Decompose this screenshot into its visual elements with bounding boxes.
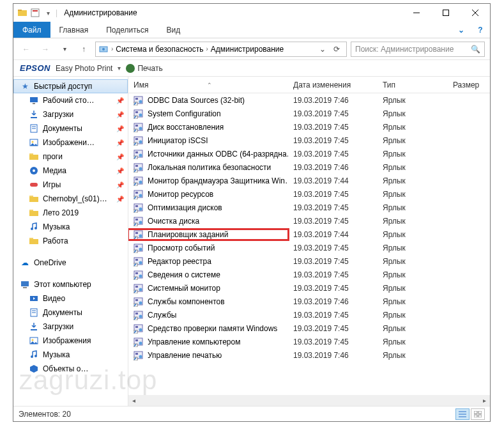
file-name: Монитор ресурсов <box>148 190 213 199</box>
file-row[interactable]: Службы19.03.2019 7:45Ярлык <box>128 308 490 322</box>
shortcut-icon <box>134 95 144 105</box>
search-icon: 🔍 <box>471 45 480 54</box>
svg-rect-101 <box>135 286 138 288</box>
minimize-button[interactable] <box>402 4 431 22</box>
help-icon[interactable]: ? <box>471 22 490 38</box>
column-header-name[interactable]: Имя ⌃ <box>128 81 288 89</box>
ribbon-tab-view[interactable]: Вид <box>157 22 189 38</box>
svg-rect-113 <box>135 326 138 328</box>
properties-icon[interactable] <box>30 8 40 18</box>
sidebar-item[interactable]: Документы📌 <box>13 121 128 136</box>
chevron-right-icon[interactable]: › <box>206 45 208 52</box>
sidebar-item-label: Объекты о… <box>43 364 89 373</box>
file-row[interactable]: Службы компонентов19.03.2019 7:46Ярлык <box>128 295 490 308</box>
recent-dropdown-icon[interactable]: ▾ <box>57 42 72 57</box>
ribbon-tab-home[interactable]: Главная <box>50 22 98 38</box>
address-bar[interactable]: › Система и безопасность › Администриров… <box>95 42 347 57</box>
sidebar-quick-access[interactable]: ★ Быстрый доступ <box>13 79 128 93</box>
column-header-date[interactable]: Дата изменения <box>288 81 378 89</box>
breadcrumb-label: Система и безопасность <box>116 45 203 54</box>
close-button[interactable] <box>461 4 490 22</box>
scroll-left-button[interactable]: ◂ <box>128 395 139 406</box>
address-dropdown-icon[interactable]: ⌄ <box>316 42 330 56</box>
sidebar-item[interactable]: Рабочий сто…📌 <box>13 93 128 107</box>
maximize-button[interactable] <box>431 4 461 22</box>
scroll-track[interactable] <box>139 395 479 406</box>
file-row[interactable]: Монитор ресурсов19.03.2019 7:45Ярлык <box>128 187 490 201</box>
forward-button[interactable]: → <box>38 42 53 57</box>
column-headers: Имя ⌃ Дата изменения Тип Размер <box>128 77 490 93</box>
details-view-button[interactable] <box>455 408 470 420</box>
sidebar-item[interactable]: Загрузки <box>13 320 128 334</box>
sidebar-item[interactable]: проги📌 <box>13 150 128 164</box>
navigation-pane[interactable]: ★ Быстрый доступ Рабочий сто…📌Загрузки📌Д… <box>13 77 128 406</box>
sidebar-this-pc[interactable]: Этот компьютер <box>13 277 128 291</box>
refresh-button[interactable]: ⟳ <box>330 42 344 56</box>
sidebar-item[interactable]: Музыка <box>13 220 128 234</box>
svg-point-86 <box>139 234 142 237</box>
file-type: Ярлык <box>378 351 448 360</box>
file-row[interactable]: Редактор реестра19.03.2019 7:45Ярлык <box>128 254 490 268</box>
sidebar-item[interactable]: Объекты о… <box>13 362 128 376</box>
thumbnails-view-button[interactable] <box>471 408 485 420</box>
breadcrumb-item[interactable]: Администрирование <box>211 45 284 54</box>
sidebar-item[interactable]: Игры📌 <box>13 178 128 192</box>
svg-point-102 <box>139 288 142 291</box>
file-row[interactable]: Монитор брандмауэра Защитника Win…19.03.… <box>128 174 490 187</box>
chevron-right-icon[interactable]: › <box>111 45 113 52</box>
scroll-right-button[interactable]: ▸ <box>479 395 490 406</box>
file-row[interactable]: Оптимизация дисков19.03.2019 7:45Ярлык <box>128 201 490 214</box>
column-header-type[interactable]: Тип <box>378 81 448 89</box>
breadcrumb-item[interactable]: Система и безопасность <box>116 45 203 54</box>
ribbon-tab-share[interactable]: Поделиться <box>97 22 157 38</box>
file-row[interactable]: Управление компьютером19.03.2019 7:45Ярл… <box>128 335 490 348</box>
navigation-row: ← → ▾ ↑ › Система и безопасность › Админ… <box>13 38 490 60</box>
star-icon: ★ <box>20 81 30 91</box>
file-row[interactable]: Средство проверки памяти Windows19.03.20… <box>128 322 490 335</box>
file-row[interactable]: Планировщик заданий19.03.2019 7:44Ярлык <box>128 228 490 241</box>
sidebar-item[interactable]: Документы <box>13 306 128 320</box>
chevron-down-icon[interactable]: ▾ <box>118 65 121 72</box>
file-row[interactable]: ODBC Data Sources (32-bit)19.03.2019 7:4… <box>128 93 490 107</box>
svg-rect-128 <box>478 411 482 414</box>
svg-rect-2 <box>31 9 39 17</box>
column-header-size[interactable]: Размер <box>448 81 490 89</box>
svg-rect-130 <box>478 415 482 417</box>
shortcut-icon <box>134 229 144 240</box>
sidebar-item[interactable]: Видео <box>13 291 128 306</box>
file-rows[interactable]: ODBC Data Sources (32-bit)19.03.2019 7:4… <box>128 93 490 395</box>
cloud-icon: ☁ <box>20 258 30 268</box>
search-input[interactable]: Поиск: Администрирование 🔍 <box>351 42 485 57</box>
qat-dropdown-icon[interactable]: ▾ <box>43 8 53 18</box>
ribbon-file-tab[interactable]: Файл <box>13 22 50 38</box>
print-button[interactable]: Печать <box>126 64 162 73</box>
sidebar-item[interactable]: Изображени…📌 <box>13 136 128 150</box>
svg-point-62 <box>139 153 142 157</box>
horizontal-scrollbar[interactable]: ◂ ▸ <box>128 395 490 406</box>
file-row[interactable]: Инициатор iSCSI19.03.2019 7:45Ярлык <box>128 134 490 147</box>
back-button[interactable]: ← <box>19 42 34 57</box>
sidebar-item[interactable]: Медиа📌 <box>13 164 128 178</box>
file-row[interactable]: Локальная политика безопасности19.03.201… <box>128 160 490 174</box>
svg-rect-129 <box>474 415 477 417</box>
file-row[interactable]: Диск восстановления19.03.2019 7:45Ярлык <box>128 120 490 134</box>
sidebar-item[interactable]: Работа <box>13 234 128 248</box>
file-row[interactable]: Источники данных ODBC (64-разрядна…19.03… <box>128 147 490 160</box>
sidebar-item[interactable]: Изображения <box>13 334 128 348</box>
file-row[interactable]: Сведения о системе19.03.2019 7:45Ярлык <box>128 268 490 281</box>
shortcut-icon <box>134 176 144 186</box>
sidebar-item[interactable]: Загрузки📌 <box>13 107 128 121</box>
sidebar-item[interactable]: Музыка <box>13 348 128 362</box>
sidebar-onedrive[interactable]: ☁ OneDrive <box>13 256 128 270</box>
sidebar-item[interactable]: Лето 2019 <box>13 206 128 220</box>
ribbon-expand-icon[interactable]: ⌄ <box>452 22 471 38</box>
up-button[interactable]: ↑ <box>76 42 91 57</box>
sidebar-item[interactable]: Chernobyl_(s01)…📌 <box>13 192 128 206</box>
file-date: 19.03.2019 7:45 <box>288 324 378 333</box>
svg-rect-117 <box>135 339 138 341</box>
file-row[interactable]: Системный монитор19.03.2019 7:45Ярлык <box>128 281 490 295</box>
file-row[interactable]: Управление печатью19.03.2019 7:46Ярлык <box>128 348 490 362</box>
file-row[interactable]: Очистка диска19.03.2019 7:45Ярлык <box>128 214 490 228</box>
file-row[interactable]: Просмотр событий19.03.2019 7:45Ярлык <box>128 241 490 254</box>
file-row[interactable]: System Configuration19.03.2019 7:45Ярлык <box>128 107 490 120</box>
